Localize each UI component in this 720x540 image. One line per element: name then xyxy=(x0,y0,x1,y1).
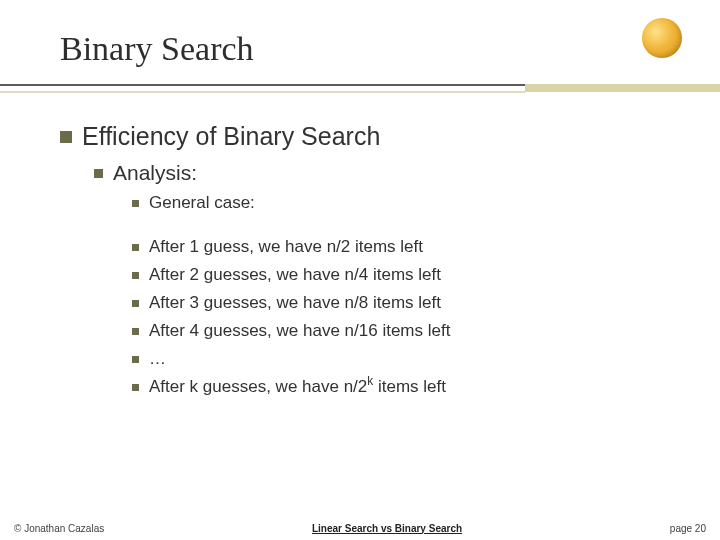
footer-title: Linear Search vs Binary Search xyxy=(104,523,670,534)
footer-copyright: © Jonathan Cazalas xyxy=(14,523,104,534)
bullet-level3: After 4 guesses, we have n/16 items left xyxy=(132,321,660,341)
title-divider xyxy=(0,84,720,98)
bullet-level3-text: After 4 guesses, we have n/16 items left xyxy=(149,321,450,341)
square-bullet-icon xyxy=(132,244,139,251)
text-part: After k guesses, we have n/2 xyxy=(149,377,367,396)
square-bullet-icon xyxy=(132,384,139,391)
square-bullet-icon xyxy=(132,328,139,335)
bullet-level3-text: After 2 guesses, we have n/4 items left xyxy=(149,265,441,285)
square-bullet-icon xyxy=(132,300,139,307)
square-bullet-icon xyxy=(60,131,72,143)
slide-title: Binary Search xyxy=(0,20,720,78)
bullet-level3-text: … xyxy=(149,349,166,369)
square-bullet-icon xyxy=(132,272,139,279)
slide-footer: © Jonathan Cazalas Linear Search vs Bina… xyxy=(0,516,720,540)
slide: Binary Search Efficiency of Binary Searc… xyxy=(0,0,720,540)
bullet-level3: After 3 guesses, we have n/8 items left xyxy=(132,293,660,313)
square-bullet-icon xyxy=(132,356,139,363)
square-bullet-icon xyxy=(94,169,103,178)
footer-page-number: page 20 xyxy=(670,523,706,534)
logo-icon xyxy=(642,18,682,58)
bullet-level3: General case: xyxy=(132,193,660,213)
bullet-level3: After 1 guess, we have n/2 items left xyxy=(132,237,660,257)
square-bullet-icon xyxy=(132,200,139,207)
bullet-level3: After 2 guesses, we have n/4 items left xyxy=(132,265,660,285)
slide-body: Efficiency of Binary Search Analysis: Ge… xyxy=(0,98,720,397)
bullet-level3: … xyxy=(132,349,660,369)
bullet-level2: Analysis: xyxy=(94,161,660,185)
bullet-level1-text: Efficiency of Binary Search xyxy=(82,122,380,151)
bullet-level3-text: After 1 guess, we have n/2 items left xyxy=(149,237,423,257)
bullet-level3-text: General case: xyxy=(149,193,255,213)
bullet-level2-text: Analysis: xyxy=(113,161,197,185)
bullet-level1: Efficiency of Binary Search xyxy=(60,122,660,151)
divider-shadow-icon xyxy=(0,91,525,93)
bullet-level3: After k guesses, we have n/2k items left xyxy=(132,377,660,397)
text-part: items left xyxy=(373,377,446,396)
bullet-level3-text: After 3 guesses, we have n/8 items left xyxy=(149,293,441,313)
divider-line-icon xyxy=(0,84,525,86)
divider-accent-icon xyxy=(525,84,720,92)
bullet-level3-text: After k guesses, we have n/2k items left xyxy=(149,377,446,397)
